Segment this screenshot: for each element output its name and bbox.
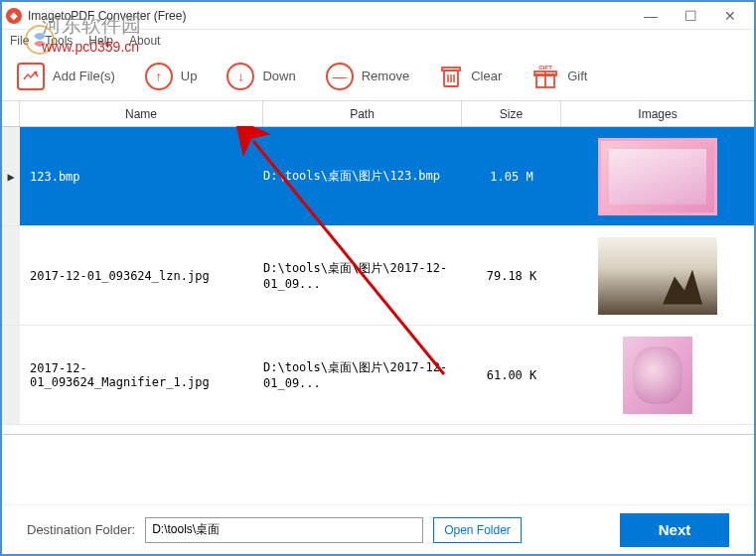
row-marker [2,226,20,325]
table-header: Name Path Size Images [2,101,754,127]
remove-label: Remove [362,69,409,83]
clear-label: Clear [471,69,502,83]
gift-button[interactable]: GIFT Gift [531,63,587,90]
remove-icon: — [326,63,354,90]
menu-bar: File Tools Help About [2,30,754,52]
thumbnail [598,138,717,215]
svg-point-1 [35,70,38,73]
table-row[interactable]: 2017-12-01_093624_lzn.jpg D:\tools\桌面\图片… [2,226,754,326]
cell-path: D:\tools\桌面\图片\2017-12-01_09... [263,359,462,390]
table-body: ▶ 123.bmp D:\tools\桌面\图片\123.bmp 1.05 M … [2,127,754,435]
menu-file[interactable]: File [10,34,29,48]
cell-size: 61.00 K [462,368,561,382]
add-files-button[interactable]: Add File(s) [17,63,115,90]
gift-icon: GIFT [531,63,559,90]
column-name[interactable]: Name [20,101,263,126]
menu-tools[interactable]: Tools [45,34,73,48]
add-files-label: Add File(s) [53,69,115,83]
maximize-button[interactable]: ☐ [671,4,710,28]
table-row[interactable]: 2017-12-01_093624_Magnifier_1.jpg D:\too… [2,326,754,425]
thumbnail [598,237,717,315]
cell-path: D:\tools\桌面\图片\2017-12-01_09... [263,260,462,291]
column-size[interactable]: Size [462,101,561,126]
footer: Destination Folder: Open Folder Next [2,504,754,554]
cell-name: 123.bmp [20,170,263,184]
cell-size: 79.18 K [462,269,561,283]
down-icon: ↓ [227,63,254,90]
destination-label: Destination Folder: [27,522,135,537]
up-icon: ↑ [145,63,173,90]
up-label: Up [181,69,198,83]
up-button[interactable]: ↑ Up [145,63,198,90]
title-bar: ◆ ImagetoPDF Converter (Free) — ☐ ✕ [2,2,754,30]
minimize-button[interactable]: — [631,4,671,28]
cell-name: 2017-12-01_093624_lzn.jpg [20,269,263,283]
app-icon: ◆ [6,8,22,24]
cell-images [561,337,754,414]
row-marker: ▶ [2,127,20,225]
cell-images [561,138,754,215]
column-path[interactable]: Path [263,101,462,126]
column-marker [2,101,20,126]
table-row[interactable]: ▶ 123.bmp D:\tools\桌面\图片\123.bmp 1.05 M [2,127,754,226]
clear-button[interactable]: Clear [439,63,502,90]
cell-name: 2017-12-01_093624_Magnifier_1.jpg [20,361,263,389]
add-files-icon [17,63,45,90]
down-label: Down [262,69,295,83]
open-folder-button[interactable]: Open Folder [433,517,522,543]
toolbar: Add File(s) ↑ Up ↓ Down — Remove Clear G… [2,52,754,101]
destination-input[interactable] [145,517,423,543]
trash-icon [439,63,463,90]
menu-help[interactable]: Help [88,34,113,48]
cell-size: 1.05 M [462,170,561,184]
gift-label: Gift [567,69,587,83]
svg-rect-3 [442,68,460,70]
cell-images [561,237,754,315]
window-title: ImagetoPDF Converter (Free) [28,9,631,23]
column-images[interactable]: Images [561,101,754,126]
down-button[interactable]: ↓ Down [227,63,295,90]
svg-text:GIFT: GIFT [538,65,552,70]
row-marker [2,326,20,424]
window-controls: — ☐ ✕ [631,4,750,28]
next-button[interactable]: Next [620,513,729,547]
thumbnail [623,337,692,414]
cell-path: D:\tools\桌面\图片\123.bmp [263,168,462,185]
remove-button[interactable]: — Remove [326,63,409,90]
menu-about[interactable]: About [129,34,160,48]
close-button[interactable]: ✕ [710,4,750,28]
